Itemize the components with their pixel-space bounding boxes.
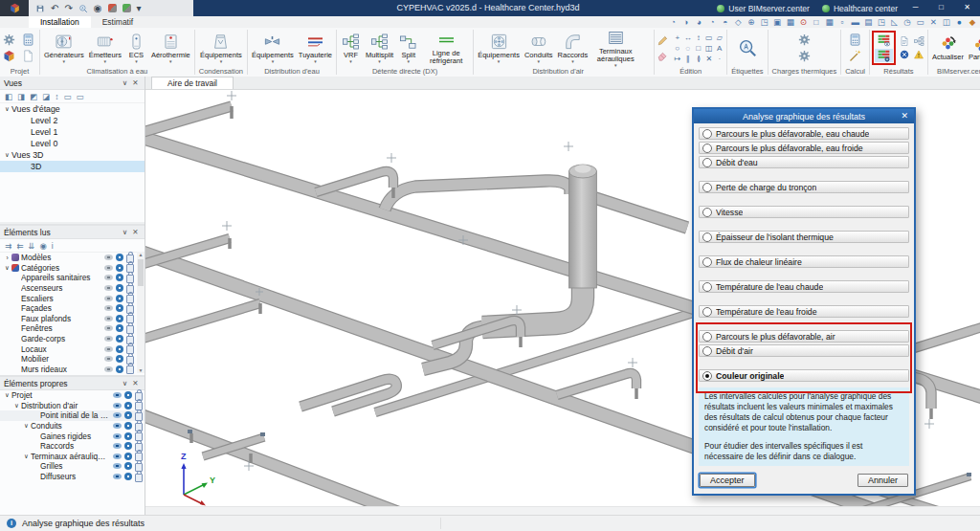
tree-item[interactable]: ∨ Distribution d'air [0,401,145,411]
edition-tool-icon[interactable]: ○ [672,43,682,54]
config-gear-icon[interactable] [116,315,123,322]
radio-icon[interactable] [702,208,712,217]
visibility-off-icon[interactable] [104,336,113,342]
radio-icon[interactable] [702,371,712,381]
radio-icon[interactable] [702,129,712,139]
thermal-loads-gear2-icon[interactable] [797,49,812,63]
tree-chevron-icon[interactable]: ∨ [22,453,31,460]
dialog-option[interactable]: Débit d'eau [699,156,909,168]
button-etiquettes[interactable] [735,37,760,58]
config-gear-icon[interactable] [124,473,132,480]
button-vrf[interactable]: VRF▾ [339,33,363,63]
visibility-off-icon[interactable] [104,305,113,311]
radio-icon[interactable] [702,307,712,317]
button-emetteurs[interactable]: Émetteurs▾ [87,33,123,63]
button-ecs[interactable]: ECS▾ [124,33,148,63]
magic-wand-icon[interactable] [848,49,862,63]
scrollbar-thumb[interactable] [138,259,144,286]
view-tool-icon[interactable]: ◓ [721,17,730,27]
radio-icon[interactable] [702,257,712,267]
tree-item[interactable]: Façades [0,303,136,314]
dialog-option[interactable]: Flux de chaleur linéaire [699,255,909,268]
visibility-off-icon[interactable] [104,296,113,301]
config-gear-icon[interactable] [116,324,123,332]
scroll-down-icon[interactable]: ▼ [139,367,144,373]
tree-item[interactable]: Level 0 [0,138,145,149]
config-gear-icon[interactable] [124,442,132,450]
close-button[interactable]: ✕ [954,0,980,16]
button-multisplit[interactable]: Multisplit▾ [364,33,395,63]
dialog-option[interactable]: Parcours le plus défavorable, air [699,330,909,343]
view-tool-icon[interactable]: ▦ [786,17,795,27]
dialog-option[interactable]: Parcours le plus défavorable, eau froide [699,142,909,154]
scrollbar-horizontal[interactable] [145,506,980,515]
warnings-icon[interactable] [913,49,924,60]
tree-item[interactable]: ∨ Conduits [0,421,145,431]
button-split[interactable]: Split▾ [396,33,420,63]
thermal-loads-gear-icon[interactable] [797,33,812,47]
tree-item[interactable]: Ascenseurs [0,283,136,294]
edition-tool-icon[interactable]: □ [693,43,703,54]
tree-chevron-icon[interactable]: ∨ [3,391,11,399]
user-chip[interactable]: User BIMserver.center [717,4,810,13]
tree-chevron-icon[interactable]: ∨ [3,105,11,113]
dialog-close-icon[interactable]: ✕ [901,109,908,123]
button-equipements-air[interactable]: Équipements▾ [476,33,522,63]
tree-item[interactable]: Grilles [0,461,145,472]
app-icon[interactable] [0,0,29,16]
tree-item[interactable]: Fenêtres [0,323,136,334]
tree-item[interactable]: Mobilier [0,354,136,365]
edition-tool-icon[interactable]: ▭ [703,33,714,43]
visibility-icon[interactable] [113,403,122,409]
dialog-option[interactable]: Température de l'eau froide [699,305,909,318]
pencil-icon[interactable] [657,34,669,47]
view-tool-icon[interactable]: ✕ [928,17,938,27]
tree-item[interactable]: ∨ Terminaux aérauliques [0,452,145,462]
button-partager[interactable]: Partager [967,34,980,61]
visibility-off-icon[interactable] [104,316,113,321]
view-tool-icon[interactable]: ◕ [695,17,704,27]
tree-item[interactable]: Raccords [0,441,145,452]
view-tool-icon[interactable]: ◷ [902,17,912,27]
edition-tool-icon[interactable]: ◫ [703,43,714,54]
tree-item[interactable]: Escaliers [0,293,136,303]
config-gear-icon[interactable] [116,355,123,363]
vues-tool-icon[interactable]: ◧ [5,92,12,101]
edition-tool-icon[interactable]: · [714,54,724,64]
vues-tool-icon[interactable]: ↕ [55,92,58,101]
project-settings-icon[interactable] [2,33,16,47]
button-aerothermie[interactable]: Aérothermie▾ [149,33,192,63]
button-equipements-eau[interactable]: Équipements▾ [250,33,296,63]
visibility-off-icon[interactable] [104,325,113,331]
view-tool-icon[interactable]: ▣ [772,17,782,27]
vues-tool-icon[interactable]: ▭ [76,92,83,101]
dialog-option[interactable]: Température de l'eau chaude [699,280,909,293]
config-gear-icon[interactable] [124,391,132,399]
minimize-button[interactable]: ─ [902,0,928,16]
lock-icon[interactable] [135,474,143,482]
tree-item[interactable]: Garde-corps [0,334,136,344]
visibility-icon[interactable] [113,454,122,459]
edition-tool-icon[interactable]: ↕ [693,33,703,43]
tree-item[interactable]: ∨ Vues d'étage [0,103,145,115]
project-3d-icon[interactable] [2,49,16,63]
radio-icon[interactable] [702,158,712,167]
visibility-icon[interactable] [113,423,122,429]
edition-tool-icon[interactable]: ↦ [672,54,682,64]
tree-chevron-icon[interactable]: › [3,254,11,261]
config-gear-icon[interactable] [116,264,123,272]
config-gear-icon[interactable] [124,432,132,440]
tree-item[interactable]: ∨ Projet [0,390,145,401]
config-gear-icon[interactable] [116,345,123,353]
project-chip[interactable]: Healthcare center [822,4,898,13]
eraser-icon[interactable] [657,49,669,61]
edition-tool-icon[interactable]: ∥ [682,54,693,64]
config-gear-icon[interactable] [116,284,123,292]
dialog-option[interactable]: Couleur originale [699,369,909,382]
redo-icon[interactable]: ↷ [64,0,72,16]
view-tool-icon[interactable]: ◳ [877,17,886,27]
view-tool-icon[interactable]: ▭ [916,17,925,27]
panel-collapse-icon[interactable]: ∨ [120,379,130,387]
zoom-icon[interactable] [78,4,88,13]
panel-close-icon[interactable]: ✕ [130,379,141,387]
